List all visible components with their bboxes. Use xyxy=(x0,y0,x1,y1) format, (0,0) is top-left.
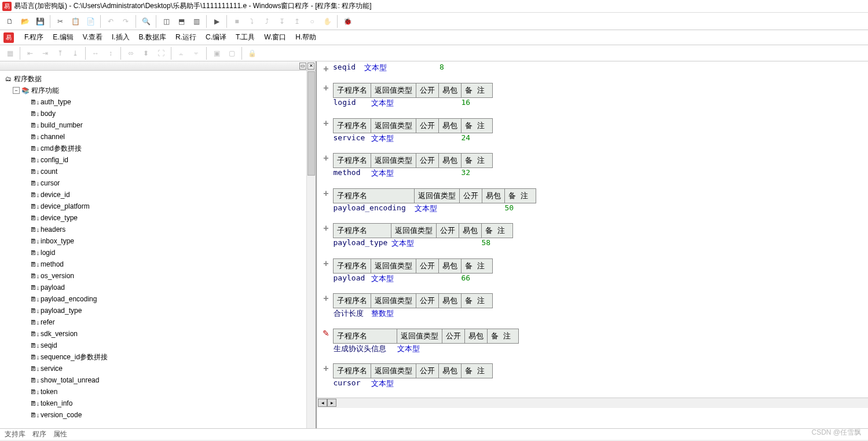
menu-database[interactable]: B.数据库 xyxy=(134,31,171,44)
align-right-icon[interactable]: ⇥ xyxy=(38,46,52,60)
tree-item[interactable]: 🖹↓device_type xyxy=(2,212,313,224)
tree-item[interactable]: 🖹↓os_version xyxy=(2,270,313,282)
tree-item[interactable]: 🖹↓sequence_id参数拼接 xyxy=(2,351,313,363)
func-type[interactable]: 整数型 xyxy=(371,308,416,323)
tree-item[interactable]: 🖹↓service xyxy=(2,363,313,374)
size-h-icon[interactable]: ⬍ xyxy=(139,46,153,60)
center-h-icon[interactable]: ⫠ xyxy=(174,46,188,60)
tree-item[interactable]: 🖹↓refer xyxy=(2,316,313,328)
menu-window[interactable]: W.窗口 xyxy=(259,31,291,44)
func-type[interactable]: 文本型 xyxy=(391,238,437,253)
step2-icon[interactable]: ⤴ xyxy=(260,14,274,28)
func-easy[interactable] xyxy=(439,378,462,393)
tree-item[interactable]: 🖹↓config_id xyxy=(2,154,313,166)
expand-icon[interactable]: + xyxy=(323,258,328,268)
step4-icon[interactable]: ↥ xyxy=(290,14,304,28)
hand-icon[interactable]: ✋ xyxy=(320,14,334,28)
func-type[interactable]: 文本型 xyxy=(364,63,395,77)
func-public[interactable] xyxy=(416,273,439,287)
func-remark[interactable]: 16 xyxy=(462,98,493,112)
tree-scrollbar[interactable] xyxy=(306,71,316,428)
tree-item[interactable]: 🖹↓cmd参数拼接 xyxy=(2,143,313,154)
func-easy[interactable] xyxy=(439,273,462,287)
func-type[interactable]: 文本型 xyxy=(415,203,460,217)
status-prop[interactable]: 属性 xyxy=(53,429,67,439)
pane-close-icon[interactable]: ✕ xyxy=(307,63,314,70)
func-name[interactable]: payload_encoding xyxy=(334,203,415,217)
open-file-icon[interactable]: 📂 xyxy=(18,14,32,28)
redo-icon[interactable]: ↷ xyxy=(119,14,133,28)
func-name[interactable]: logid xyxy=(334,98,371,112)
func-public[interactable] xyxy=(416,98,439,112)
func-easy[interactable] xyxy=(459,238,482,253)
func-easy[interactable] xyxy=(439,98,462,112)
func-type[interactable]: 文本型 xyxy=(397,343,442,358)
step3-icon[interactable]: ↧ xyxy=(275,14,289,28)
tree-item[interactable]: 🖹↓logid xyxy=(2,247,313,258)
save-icon[interactable]: 💾 xyxy=(33,14,47,28)
tree-item[interactable]: 🖹↓payload_type xyxy=(2,305,313,316)
func-type[interactable]: 文本型 xyxy=(371,378,416,393)
tree-item[interactable]: 🖹↓token_info xyxy=(2,398,313,409)
search-icon[interactable]: 🔍 xyxy=(139,14,153,28)
func-public[interactable] xyxy=(416,308,439,323)
align-left-icon[interactable]: ⇤ xyxy=(23,46,37,60)
func-name[interactable]: payload_type xyxy=(334,238,391,253)
func-public[interactable] xyxy=(442,343,465,358)
func-remark[interactable]: 8 xyxy=(440,63,471,77)
menu-compile[interactable]: C.编译 xyxy=(201,31,231,44)
func-public[interactable] xyxy=(395,63,417,77)
tree-item[interactable]: 🖹↓payload_encoding xyxy=(2,293,313,305)
func-type[interactable]: 文本型 xyxy=(371,133,416,147)
expand-icon[interactable]: + xyxy=(323,293,328,303)
stop-icon[interactable]: ■ xyxy=(230,14,244,28)
func-easy[interactable] xyxy=(417,63,440,77)
menu-run[interactable]: R.运行 xyxy=(171,31,201,44)
panel2-icon[interactable]: ⬒ xyxy=(174,14,188,28)
help-icon[interactable]: 🐞 xyxy=(340,14,354,28)
menu-edit[interactable]: E.编辑 xyxy=(48,31,78,44)
func-public[interactable] xyxy=(416,378,439,393)
tree-item[interactable]: 🖹↓seqid xyxy=(2,340,313,351)
tree-item[interactable]: 🖹↓body xyxy=(2,108,313,119)
tree-item[interactable]: 🖹↓headers xyxy=(2,224,313,235)
menu-help[interactable]: H.帮助 xyxy=(291,31,321,44)
expand-icon[interactable]: + xyxy=(323,153,328,163)
tree-item[interactable]: 🖹↓device_platform xyxy=(2,201,313,212)
menu-tools[interactable]: T.工具 xyxy=(231,31,259,44)
undo-icon[interactable]: ↶ xyxy=(104,14,118,28)
menu-program[interactable]: F.程序 xyxy=(20,31,48,44)
func-remark[interactable]: 66 xyxy=(462,273,493,287)
break-icon[interactable]: ○ xyxy=(305,14,319,28)
horizontal-scroll[interactable]: ◂ ▸ xyxy=(317,398,868,408)
menu-view[interactable]: V.查看 xyxy=(78,31,107,44)
func-type[interactable]: 文本型 xyxy=(371,168,416,183)
tree-root[interactable]: 🗂程序数据 xyxy=(2,73,313,85)
func-public[interactable] xyxy=(437,238,459,253)
tree-item[interactable]: 🖹↓payload xyxy=(2,282,313,293)
tree-item[interactable]: 🖹↓token xyxy=(2,386,313,398)
center-v-icon[interactable]: ⫟ xyxy=(189,46,203,60)
run-icon[interactable]: ▶ xyxy=(210,14,224,28)
panel3-icon[interactable]: ▥ xyxy=(189,14,203,28)
front-icon[interactable]: ▣ xyxy=(210,46,224,60)
size-w-icon[interactable]: ⬄ xyxy=(124,46,138,60)
status-lib[interactable]: 支持库 xyxy=(5,429,25,439)
cut-icon[interactable]: ✂ xyxy=(53,14,67,28)
func-remark[interactable]: 24 xyxy=(462,133,493,147)
size-both-icon[interactable]: ⛶ xyxy=(154,46,168,60)
func-remark[interactable] xyxy=(462,378,493,393)
func-name[interactable]: service xyxy=(334,133,371,147)
new-file-icon[interactable]: 🗋 xyxy=(3,14,17,28)
scroll-right-icon[interactable]: ▸ xyxy=(327,399,336,407)
status-prog[interactable]: 程序 xyxy=(32,429,46,439)
tree-item[interactable]: 🖹↓cursor xyxy=(2,177,313,189)
panel1-icon[interactable]: ◫ xyxy=(159,14,173,28)
tree-item[interactable]: 🖹↓method xyxy=(2,258,313,270)
dist-v-icon[interactable]: ↕ xyxy=(104,46,118,60)
func-remark[interactable]: 32 xyxy=(462,168,493,183)
tree-item[interactable]: 🖹↓channel xyxy=(2,131,313,143)
func-remark[interactable]: 50 xyxy=(505,203,536,217)
paste-icon[interactable]: 📄 xyxy=(83,14,97,28)
tree-item[interactable]: 🖹↓auth_type xyxy=(2,96,313,108)
